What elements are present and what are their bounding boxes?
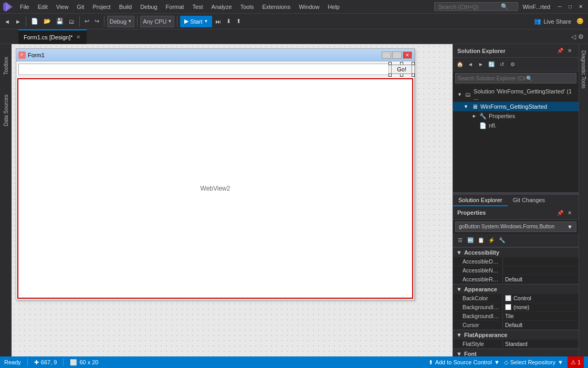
menu-git[interactable]: Git <box>72 3 88 11</box>
prop-flatstyle-value[interactable]: Standard <box>503 340 579 348</box>
minimize-button[interactable]: ─ <box>554 2 565 12</box>
maximize-button[interactable]: □ <box>565 2 575 12</box>
form-textbox[interactable] <box>18 64 389 75</box>
tab-close-icon[interactable]: ✕ <box>75 34 81 40</box>
search-input[interactable] <box>438 4 501 10</box>
form-window[interactable]: F Form1 ─ □ ✕ <box>16 48 415 300</box>
tree-arrow-project: ▼ <box>464 104 469 109</box>
sol-sync-btn[interactable]: 🔄 <box>487 60 496 69</box>
sol-home-btn[interactable]: 🏠 <box>455 60 465 69</box>
platform-dropdown[interactable]: Any CPU ▼ <box>140 16 174 27</box>
props-events-btn[interactable]: ⚡ <box>487 235 496 245</box>
back-button[interactable]: ◄ <box>2 17 12 26</box>
new-file-button[interactable]: 📄 <box>29 17 40 26</box>
menu-edit[interactable]: Edit <box>34 3 52 11</box>
menu-view[interactable]: View <box>52 3 73 11</box>
position-text: 667, 9 <box>41 359 57 365</box>
sol-forward-btn[interactable]: ► <box>476 60 486 69</box>
props-alpha-btn[interactable]: 🔤 <box>466 235 475 245</box>
debug-config-label: Debug <box>110 18 127 25</box>
tab-form1-design[interactable]: Form1.cs [Design]* ✕ <box>18 29 87 44</box>
redo-button[interactable]: ↪ <box>92 17 101 26</box>
debug-config-dropdown[interactable]: Debug ▼ <box>107 16 134 27</box>
go-button[interactable]: Go! <box>391 65 412 74</box>
form-close-button[interactable]: ✕ <box>403 51 412 59</box>
tree-solution[interactable]: ▼ 🗂 Solution 'WinForms_GettingStarted' (… <box>453 87 579 102</box>
menu-file[interactable]: File <box>16 3 34 11</box>
tree-arrow-props: ► <box>472 113 477 119</box>
section-appearance[interactable]: ▼ Appearance <box>453 284 579 294</box>
sol-tab-git[interactable]: Git Changes <box>508 195 550 206</box>
prop-backcolor[interactable]: BackColor Control <box>453 294 579 303</box>
props-search-btn[interactable]: 🔧 <box>497 235 507 245</box>
prop-bg-image-value[interactable]: (none) <box>503 303 579 311</box>
data-sources-label[interactable]: Data Sources <box>2 92 10 129</box>
prop-bg-image-layout[interactable]: BackgroundImageL Tile <box>453 312 579 321</box>
tree-project[interactable]: ▼ 🖥 WinForms_GettingStarted <box>453 102 579 111</box>
save-button[interactable]: 💾 <box>54 17 66 26</box>
tree-subitem[interactable]: 📄 nfl. <box>453 121 579 130</box>
form-minimize-button[interactable]: ─ <box>382 51 391 59</box>
props-pin-button[interactable]: 📌 <box>555 208 565 217</box>
forward-button[interactable]: ► <box>13 17 23 26</box>
select-repo-item[interactable]: ◇ Select Repository ▼ <box>504 359 563 366</box>
menu-debug[interactable]: Debug <box>136 3 161 11</box>
section-accessibility[interactable]: ▼ Accessibility <box>453 247 579 257</box>
prop-bg-image-layout-value[interactable]: Tile <box>503 312 579 320</box>
toolbox-label[interactable]: Toolbox <box>2 55 10 77</box>
live-share-button[interactable]: 👥 Live Share <box>534 18 571 25</box>
gear-icon[interactable]: ⚙ <box>578 33 584 40</box>
tree-properties[interactable]: ► 🔧 Properties <box>453 111 579 121</box>
step-into-button[interactable]: ⬇ <box>224 17 233 26</box>
feedback-button[interactable]: 😊 <box>574 17 586 26</box>
props-properties-btn[interactable]: 📋 <box>476 235 486 245</box>
properties-dropdown-icon[interactable]: ▼ <box>567 224 573 230</box>
menu-analyze[interactable]: Analyze <box>207 3 236 11</box>
prop-accessible-desc[interactable]: AccessibleDescripti <box>453 257 579 266</box>
prop-accessible-desc-value[interactable] <box>503 261 579 262</box>
step-over-button[interactable]: ⏭ <box>213 17 223 26</box>
source-control-item[interactable]: ⬆ Add to Source Control ▼ <box>428 359 500 366</box>
start-button[interactable]: ▶ Start ▼ <box>180 16 212 27</box>
menu-help[interactable]: Help <box>323 3 344 11</box>
sol-settings-btn[interactable]: ⚙ <box>508 60 517 69</box>
props-close-button[interactable]: ✕ <box>565 208 574 217</box>
prop-accessible-role[interactable]: AccessibleRole Default <box>453 275 579 284</box>
form-maximize-button[interactable]: □ <box>392 51 402 59</box>
menu-search-box[interactable]: 🔍 <box>434 2 518 11</box>
solution-explorer-collapse[interactable]: ◁ <box>571 33 576 40</box>
open-file-button[interactable]: 📂 <box>41 17 53 26</box>
solution-search-box[interactable]: 🔍 <box>455 73 576 83</box>
menu-project[interactable]: Project <box>88 3 114 11</box>
save-all-button[interactable]: 🗂 <box>67 17 77 26</box>
menu-tools[interactable]: Tools <box>236 3 258 11</box>
step-out-button[interactable]: ⬆ <box>234 17 243 26</box>
sol-pin-button[interactable]: 📌 <box>555 46 565 56</box>
menu-window[interactable]: Window <box>295 3 323 11</box>
undo-button[interactable]: ↩ <box>82 17 91 26</box>
prop-flatstyle[interactable]: FlatStyle Standard <box>453 340 579 349</box>
sol-search-input[interactable] <box>458 76 526 81</box>
error-indicator[interactable]: ⚠ 1 <box>568 356 584 368</box>
prop-accessible-role-value[interactable]: Default <box>503 276 579 283</box>
section-flatappearance[interactable]: ▼ FlatAppearance <box>453 330 579 340</box>
menu-format[interactable]: Format <box>162 3 188 11</box>
sol-refresh-btn[interactable]: ↺ <box>497 60 507 69</box>
prop-backcolor-value[interactable]: Control <box>503 295 579 302</box>
menu-test[interactable]: Test <box>188 3 207 11</box>
sol-tab-explorer[interactable]: Solution Explorer <box>453 195 508 206</box>
sol-back-btn[interactable]: ◄ <box>466 60 475 69</box>
webview-area[interactable]: WebView2 <box>17 78 413 299</box>
prop-cursor-value[interactable]: Default <box>503 321 579 329</box>
prop-bg-image[interactable]: BackgroundImage (none) <box>453 303 579 312</box>
close-button[interactable]: ✕ <box>575 2 586 12</box>
menu-extensions[interactable]: Extensions <box>258 3 295 11</box>
designer-bg[interactable]: F Form1 ─ □ ✕ <box>12 44 453 368</box>
prop-accessible-name[interactable]: AccessibleName <box>453 266 579 275</box>
prop-cursor[interactable]: Cursor Default <box>453 321 579 330</box>
props-category-btn[interactable]: ☰ <box>455 235 465 245</box>
menu-build[interactable]: Build <box>115 3 136 11</box>
prop-accessible-name-value[interactable] <box>503 270 579 271</box>
diagnostic-tools-label[interactable]: Diagnostic Tools <box>580 48 587 91</box>
sol-close-button[interactable]: ✕ <box>565 46 574 56</box>
